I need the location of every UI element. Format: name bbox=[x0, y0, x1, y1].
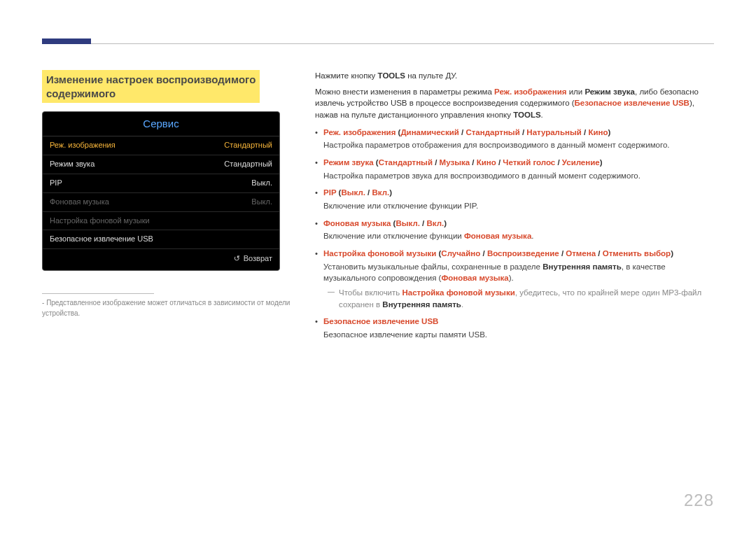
osd-row[interactable]: PIPВыкл. bbox=[43, 174, 279, 193]
bullet-title: Настройка фоновой музыки (Случайно / Вос… bbox=[323, 248, 714, 260]
bullet-desc: Установить музыкальные файлы, сохраненны… bbox=[323, 261, 714, 284]
intro-p1: Нажмите кнопку TOOLS на пульте ДУ. bbox=[315, 70, 714, 82]
return-icon: ↻ bbox=[234, 253, 240, 265]
bullet-title: Безопасное извлечение USB bbox=[323, 316, 714, 328]
bullet-desc: Включение или отключение функции Фоновая… bbox=[323, 230, 714, 242]
right-column: Нажмите кнопку TOOLS на пульте ДУ. Можно… bbox=[315, 70, 714, 341]
bullet-item: Режим звука (Стандартный / Музыка / Кино… bbox=[315, 157, 714, 181]
bullet-desc: Безопасное извлечение карты памяти USB. bbox=[323, 329, 714, 341]
footnote: - Представленное изображение может отлич… bbox=[42, 298, 294, 318]
bullet-title: Реж. изображения (Динамический / Стандар… bbox=[323, 127, 714, 139]
page-number: 228 bbox=[684, 489, 714, 513]
osd-row[interactable]: Реж. изображенияСтандартный bbox=[43, 136, 279, 155]
footnote-divider bbox=[42, 293, 154, 294]
footnote-text: Представленное изображение может отличат… bbox=[42, 299, 290, 317]
osd-panel: Сервис Реж. изображенияСтандартныйРежим … bbox=[42, 111, 280, 271]
bullet-item: Реж. изображения (Динамический / Стандар… bbox=[315, 127, 714, 151]
bullet-list: Реж. изображения (Динамический / Стандар… bbox=[315, 127, 714, 341]
bullet-item: Фоновая музыка (Выкл. / Вкл.)Включение и… bbox=[315, 218, 714, 242]
section-title: Изменение настроек воспроизводимого соде… bbox=[42, 70, 260, 103]
osd-row-label: Фоновая музыка bbox=[50, 197, 109, 208]
bullet-desc: Настройка параметров звука для воспроизв… bbox=[323, 170, 714, 182]
osd-row-label: PIP bbox=[50, 178, 62, 189]
osd-rows: Реж. изображенияСтандартныйРежим звукаСт… bbox=[43, 136, 279, 250]
osd-row-label: Безопасное извлечение USB bbox=[50, 234, 153, 245]
osd-row-label: Реж. изображения bbox=[50, 140, 115, 151]
footnote-dash: - bbox=[42, 299, 44, 307]
osd-row[interactable]: Безопасное извлечение USB bbox=[43, 230, 279, 249]
bullet-item: PIP (Выкл. / Вкл.)Включение или отключен… bbox=[315, 187, 714, 211]
osd-row-value: Стандартный bbox=[224, 140, 272, 151]
osd-return-label: Возврат bbox=[244, 254, 272, 262]
bullet-desc: Включение или отключение функции PIP. bbox=[323, 200, 714, 212]
bullet-item: Настройка фоновой музыки (Случайно / Вос… bbox=[315, 248, 714, 310]
page-content: Изменение настроек воспроизводимого соде… bbox=[42, 70, 714, 341]
bullet-title: Режим звука (Стандартный / Музыка / Кино… bbox=[323, 157, 714, 169]
bullet-title: Фоновая музыка (Выкл. / Вкл.) bbox=[323, 218, 714, 230]
top-rule bbox=[42, 43, 714, 44]
osd-row[interactable]: Фоновая музыкаВыкл. bbox=[43, 193, 279, 212]
bullet-note: Чтобы включить Настройка фоновой музыки,… bbox=[323, 287, 714, 310]
tools-label: TOOLS bbox=[378, 71, 405, 80]
section-title-line1: Изменение настроек воспроизводимого bbox=[46, 73, 255, 85]
osd-row-value: Выкл. bbox=[251, 178, 272, 189]
osd-row[interactable]: Настройка фоновой музыки bbox=[43, 212, 279, 231]
section-accent-bar bbox=[42, 38, 91, 44]
osd-return[interactable]: ↻ Возврат bbox=[43, 249, 279, 270]
osd-row[interactable]: Режим звукаСтандартный bbox=[43, 155, 279, 174]
osd-row-label: Режим звука bbox=[50, 159, 94, 170]
bullet-item: Безопасное извлечение USBБезопасное извл… bbox=[315, 316, 714, 340]
intro-p2: Можно внести изменения в параметры режим… bbox=[315, 86, 714, 121]
section-title-line2: содержимого bbox=[46, 87, 255, 101]
left-column: Изменение настроек воспроизводимого соде… bbox=[42, 70, 294, 341]
bullet-title: PIP (Выкл. / Вкл.) bbox=[323, 187, 714, 199]
osd-row-value: Выкл. bbox=[251, 197, 272, 208]
osd-title: Сервис bbox=[43, 112, 279, 136]
osd-row-value: Стандартный bbox=[224, 159, 272, 170]
osd-row-label: Настройка фоновой музыки bbox=[50, 216, 150, 227]
bullet-desc: Настройка параметров отображения для вос… bbox=[323, 139, 714, 151]
